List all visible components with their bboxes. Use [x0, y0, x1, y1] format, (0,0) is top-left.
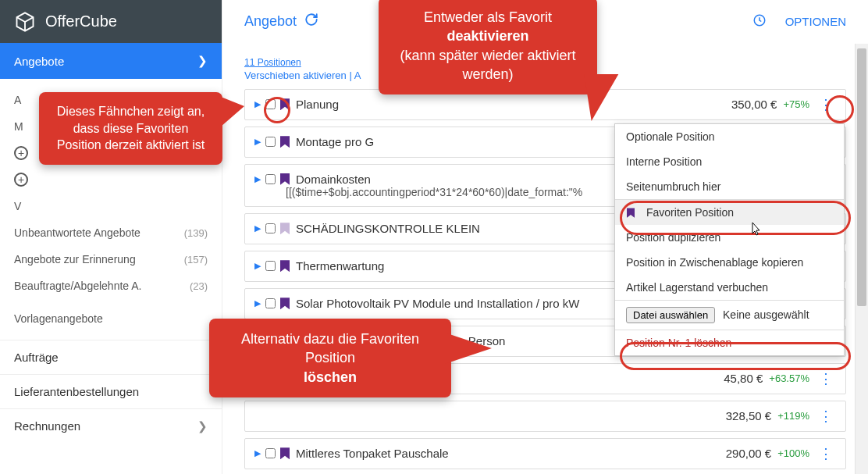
kebab-icon[interactable]: ⋮	[816, 372, 836, 386]
favorite-flag-icon	[280, 447, 290, 459]
sidebar-sub-item[interactable]: V	[0, 193, 222, 219]
expand-icon[interactable]: ▶	[254, 298, 261, 308]
chevron-right-icon: ❯	[197, 419, 208, 433]
cm-file-row: Datei auswählen Keine ausgewählt	[615, 300, 844, 330]
expand-icon[interactable]: ▶	[254, 174, 261, 184]
position-checkbox[interactable]	[265, 137, 276, 147]
sidebar-sub-item[interactable]: +	[0, 166, 222, 193]
cm-pagebreak[interactable]: Seitenumbruch hier	[615, 174, 844, 199]
expand-icon[interactable]: ▶	[254, 448, 261, 458]
position-checkbox[interactable]	[265, 223, 276, 233]
cm-internal[interactable]: Interne Position	[615, 149, 844, 174]
cm-stock[interactable]: Artikel Lagerstand verbuchen	[615, 275, 844, 300]
position-title: Planung	[296, 98, 339, 111]
position-pct: +119%	[777, 410, 809, 422]
position-price: 350,00 €	[731, 98, 777, 111]
cube-icon	[14, 11, 36, 33]
expand-icon[interactable]: ▶	[254, 261, 261, 271]
plus-icon: +	[14, 146, 28, 160]
position-price: 45,80 €	[724, 372, 763, 385]
callout-flag-active: Dieses Fähnchen zeigt an, dass diese Fav…	[39, 92, 222, 165]
cm-copy-clipboard[interactable]: Position in Zwischenablage kopieren	[615, 250, 844, 275]
sidebar-item-angebote[interactable]: Angebote ❯	[0, 43, 222, 79]
position-checkbox[interactable]	[265, 298, 276, 308]
position-title: Solar Photovoltaik PV Module und Install…	[296, 297, 580, 310]
favorite-flag-icon	[280, 136, 290, 148]
scrollbar-thumb[interactable]	[857, 48, 866, 306]
position-checkbox[interactable]	[265, 261, 276, 271]
sidebar-item-auftraege[interactable]: Aufträge	[0, 340, 222, 374]
page-title: Angebot	[244, 13, 297, 30]
position-row[interactable]: ▶ Mittleres Tonpaket Pauschale 290,00 €+…	[244, 438, 846, 469]
sidebar-item-rechnungen[interactable]: Rechnungen❯	[0, 408, 222, 443]
expand-icon[interactable]: ▶	[254, 137, 261, 147]
scrollbar[interactable]	[855, 44, 868, 474]
cm-favorite[interactable]: Favoriten Position	[615, 199, 844, 225]
kebab-icon[interactable]: ⋮	[816, 409, 836, 423]
sidebar-sub-item[interactable]: Angebote zur Erinnerung(157)	[0, 246, 222, 273]
position-checkbox[interactable]	[265, 174, 276, 184]
position-price: 290,00 €	[726, 447, 771, 460]
sidebar-sub-item[interactable]: Vorlagenangebote	[0, 305, 222, 332]
callout-delete: Alternativ dazu die Favoriten Position l…	[209, 319, 451, 397]
file-choose-button[interactable]: Datei auswählen	[626, 307, 715, 323]
cm-delete[interactable]: Position Nr. 1 löschen	[615, 330, 844, 355]
clock-icon[interactable]	[752, 13, 767, 30]
position-title: Montage pro G	[296, 135, 374, 148]
position-title: Thermenwartung	[296, 259, 384, 273]
cursor-icon	[748, 221, 763, 244]
position-pct: +63.57%	[769, 372, 809, 384]
position-title: Domainkosten	[296, 173, 371, 186]
position-pct: +75%	[783, 98, 809, 110]
chevron-right-icon: ❯	[197, 54, 208, 68]
favorite-flag-icon	[280, 98, 290, 110]
refresh-icon[interactable]	[304, 12, 318, 30]
sidebar-item-lieferanten[interactable]: Lieferantenbestellungen	[0, 374, 222, 408]
favorite-flag-icon	[280, 260, 290, 272]
kebab-icon[interactable]: ⋮	[816, 98, 836, 112]
app-logo-bar: OfferCube	[0, 0, 222, 43]
favorite-flag-icon	[280, 223, 290, 234]
plus-icon: +	[14, 173, 28, 187]
app-name: OfferCube	[45, 12, 117, 30]
position-title: Mittleres Tonpaket Pauschale	[296, 447, 449, 460]
position-price: 328,50 €	[726, 409, 771, 422]
favorite-flag-icon	[280, 173, 290, 185]
callout-deactivate: Entweder als Favorit deaktivieren (kann …	[379, 0, 597, 94]
favorite-flag-icon	[280, 298, 290, 309]
sidebar-sub-item[interactable]: Beauftragte/Abgelehnte A.(23)	[0, 273, 222, 299]
position-checkbox[interactable]	[265, 99, 276, 109]
favorite-flag-icon	[627, 208, 635, 218]
expand-icon[interactable]: ▶	[254, 223, 261, 233]
cm-optional[interactable]: Optionale Position	[615, 124, 844, 149]
kebab-icon[interactable]: ⋮	[816, 447, 836, 461]
options-button[interactable]: OPTIONEN	[785, 15, 846, 28]
expand-icon[interactable]: ▶	[254, 99, 261, 109]
position-pct: +100%	[777, 447, 809, 459]
position-title: SCHÄDLINGSKONTROLLE KLEIN	[296, 222, 480, 235]
sidebar-sub-item[interactable]: Unbeantwortete Angebote(139)	[0, 219, 222, 246]
cm-duplicate[interactable]: Position duplizieren	[615, 225, 844, 250]
sidebar: OfferCube Angebote ❯ A M + + V Unbeantwo…	[0, 0, 222, 474]
file-none-label: Keine ausgewählt	[723, 308, 809, 321]
context-menu: Optionale Position Interne Position Seit…	[614, 123, 845, 356]
position-checkbox[interactable]	[265, 448, 276, 458]
position-row[interactable]: 328,50 €+119%⋮	[244, 401, 846, 432]
